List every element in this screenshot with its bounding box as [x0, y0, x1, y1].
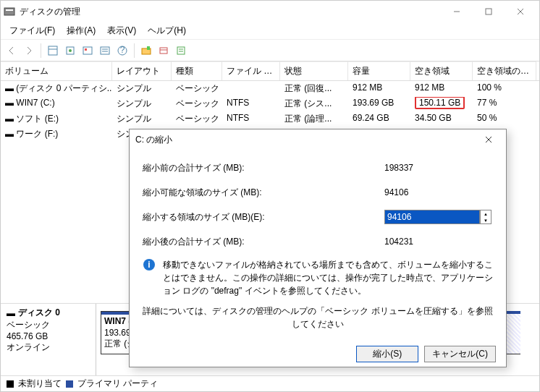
svg-rect-10	[83, 47, 92, 54]
col-volume[interactable]: ボリューム	[1, 61, 112, 80]
help-note: 詳細については、ディスクの管理のヘルプの「ベーシック ボリュームを圧縮する」を参…	[143, 297, 493, 338]
disk-action-icon[interactable]	[156, 43, 172, 59]
dialog-title: C: の縮小	[135, 134, 477, 146]
col-fs[interactable]: ファイル システム	[222, 61, 280, 80]
svg-rect-6	[48, 46, 57, 55]
legend: 未割り当て プライマリ パーティ	[1, 375, 539, 391]
disk-name: ディスク 0	[18, 307, 60, 319]
menu-help[interactable]: ヘルプ(H)	[142, 23, 192, 38]
shrink-amount-input[interactable]	[384, 210, 480, 224]
toolbar: ?	[1, 40, 539, 61]
disk-info[interactable]: ▬ディスク 0 ベーシック 465.76 GB オンライン	[1, 304, 96, 375]
table-row[interactable]: ▬ ソフト (E:)シンプルベーシックNTFS正常 (論理...69.24 GB…	[1, 111, 539, 127]
help-icon[interactable]: ?	[114, 43, 130, 59]
col-type[interactable]: 種類	[172, 61, 222, 80]
svg-rect-3	[486, 9, 492, 14]
settings-icon[interactable]	[80, 43, 96, 59]
legend-primary: プライマリ パーティ	[77, 378, 158, 390]
svg-rect-19	[160, 48, 167, 54]
value-total-after: 104231	[384, 237, 493, 247]
close-button[interactable]	[505, 1, 536, 22]
shrink-dialog: C: の縮小 縮小前の合計サイズ (MB): 198337 縮小可能な領域のサイ…	[129, 129, 507, 367]
legend-unallocated: 未割り当て	[18, 378, 62, 390]
disk-status: オンライン	[7, 341, 90, 354]
dialog-close-button[interactable]	[477, 129, 500, 150]
label-total-after: 縮小後の合計サイズ (MB):	[143, 236, 384, 248]
info-text: 移動できないファイルが格納されている場所までも含めて、ボリュームを縮小することは…	[163, 258, 493, 297]
svg-rect-1	[6, 9, 13, 11]
col-status[interactable]: 状態	[280, 61, 348, 80]
table-header: ボリューム レイアウト 種類 ファイル システム 状態 容量 空き領域 空き領域…	[1, 61, 539, 81]
titlebar: ディスクの管理	[1, 1, 539, 22]
col-freepct[interactable]: 空き領域の割...	[473, 61, 536, 80]
col-free[interactable]: 空き領域	[410, 61, 473, 80]
maximize-button[interactable]	[473, 1, 505, 22]
minimize-button[interactable]	[441, 1, 473, 22]
menubar: ファイル(F) 操作(A) 表示(V) ヘルプ(H)	[1, 22, 539, 40]
table-row[interactable]: ▬ (ディスク 0 パーティシ...シンプルベーシック正常 (回復...912 …	[1, 81, 539, 96]
col-capacity[interactable]: 容量	[348, 61, 410, 80]
swatch-primary	[66, 380, 73, 388]
forward-icon[interactable]	[21, 43, 37, 59]
value-shrinkable: 94106	[384, 187, 493, 197]
list-icon[interactable]	[173, 43, 189, 59]
back-icon[interactable]	[4, 43, 20, 59]
dialog-titlebar: C: の縮小	[130, 129, 506, 150]
explore-icon[interactable]	[138, 43, 154, 59]
label-shrinkable: 縮小可能な領域のサイズ (MB):	[143, 187, 384, 199]
window-title: ディスクの管理	[20, 6, 441, 18]
svg-text:i: i	[148, 260, 150, 270]
svg-rect-11	[85, 48, 87, 51]
svg-rect-21	[177, 47, 185, 54]
menu-file[interactable]: ファイル(F)	[4, 23, 61, 38]
svg-point-9	[69, 49, 72, 52]
menu-view[interactable]: 表示(V)	[101, 23, 142, 38]
app-icon	[4, 6, 15, 17]
svg-rect-0	[4, 8, 14, 15]
swatch-unallocated	[7, 380, 14, 388]
shrink-button[interactable]: 縮小(S)	[356, 346, 418, 362]
refresh-icon[interactable]	[62, 43, 78, 59]
svg-text:?: ?	[120, 46, 125, 55]
disk-size: 465.76 GB	[7, 331, 90, 341]
value-total-before: 198337	[384, 163, 493, 173]
spinner[interactable]: ▲▼	[480, 210, 492, 224]
col-layout[interactable]: レイアウト	[112, 61, 172, 80]
cancel-button[interactable]: キャンセル(C)	[424, 346, 496, 362]
svg-rect-12	[101, 47, 109, 54]
svg-rect-18	[147, 46, 150, 50]
label-shrink-amount: 縮小する領域のサイズ (MB)(E):	[143, 211, 384, 223]
table-row[interactable]: ▬ WIN7 (C:)シンプルベーシックNTFS正常 (シス...193.69 …	[1, 96, 539, 111]
properties-icon[interactable]	[97, 43, 113, 59]
label-total-before: 縮小前の合計サイズ (MB):	[143, 162, 384, 174]
info-icon: i	[143, 258, 156, 297]
view-icon[interactable]	[45, 43, 61, 59]
disk-type: ベーシック	[7, 319, 90, 331]
menu-action[interactable]: 操作(A)	[61, 23, 101, 38]
